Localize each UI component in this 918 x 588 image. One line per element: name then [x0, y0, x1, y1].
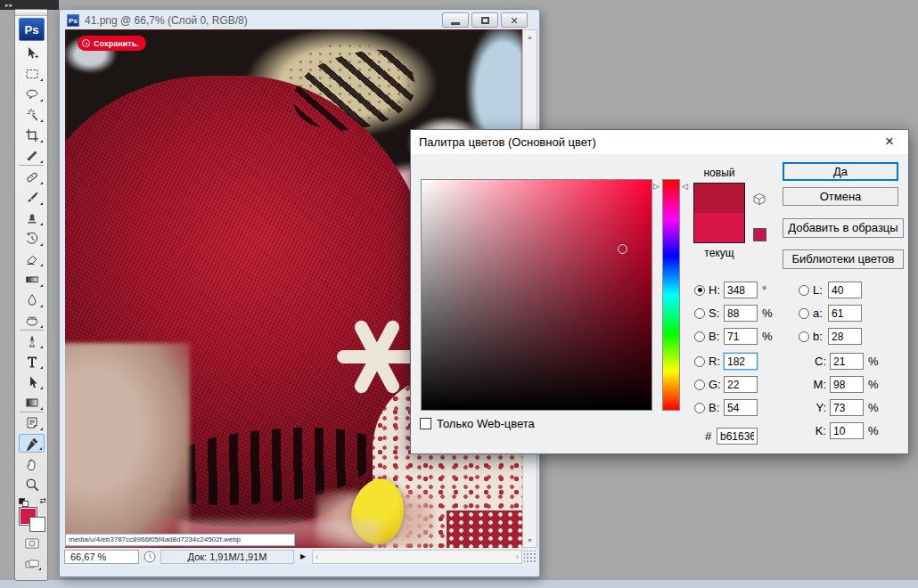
web-colors-checkbox[interactable] [420, 418, 431, 429]
status-bar: 66,67 % Док: 1,91M/1,91M [62, 548, 538, 566]
type-tool[interactable] [19, 352, 45, 371]
hue-input[interactable] [724, 282, 758, 298]
red-input[interactable] [724, 353, 758, 370]
cyan-input[interactable] [830, 353, 864, 370]
gradient-tool[interactable] [19, 270, 45, 289]
history-brush-icon [25, 232, 39, 246]
red-radio[interactable] [694, 356, 705, 367]
scroll-up-arrow-icon[interactable] [523, 30, 537, 44]
marquee-icon [25, 67, 39, 81]
saturation-radio[interactable] [694, 308, 705, 319]
app-bottom-edge [0, 579, 918, 588]
brightness-input[interactable] [724, 328, 758, 345]
document-title: 41.png @ 66,7% (Слой 0, RGB/8) [85, 14, 248, 27]
eraser-tool[interactable] [19, 249, 45, 268]
green-row: G: [694, 376, 762, 393]
horizontal-scrollbar[interactable] [312, 550, 522, 564]
cancel-button[interactable]: Отмена [783, 187, 898, 206]
web-safe-color-swatch[interactable] [753, 228, 766, 241]
scroll-right-arrow-icon[interactable] [516, 551, 519, 561]
rectangular-marquee-tool[interactable] [19, 64, 45, 83]
path-selection-tool[interactable] [19, 372, 45, 391]
hex-input[interactable] [717, 428, 758, 445]
hex-row: # [705, 428, 758, 445]
lab-l-input[interactable] [828, 282, 862, 298]
rectangle-shape-icon [25, 396, 39, 410]
saturation-input[interactable] [724, 305, 758, 322]
blur-tool[interactable] [19, 290, 45, 309]
crop-tool[interactable] [19, 126, 45, 144]
document-size-info: Док: 1,91M/1,91M [160, 550, 294, 564]
move-tool[interactable] [19, 44, 45, 62]
lab-b-input[interactable] [828, 328, 862, 345]
green-radio[interactable] [694, 380, 705, 390]
window-resize-grip[interactable] [524, 551, 537, 563]
pen-tool[interactable] [19, 331, 45, 350]
healing-brush-icon [25, 170, 39, 184]
eyedropper-tool[interactable] [19, 434, 45, 453]
zoom-tool[interactable] [19, 475, 45, 494]
black-input[interactable] [830, 422, 864, 439]
lasso-tool[interactable] [19, 85, 45, 103]
brightness-radio[interactable] [694, 331, 705, 342]
minimize-button[interactable] [442, 12, 469, 28]
magic-wand-tool[interactable] [19, 105, 45, 124]
scroll-down-arrow-icon[interactable] [523, 534, 537, 547]
dodge-tool[interactable] [19, 311, 45, 330]
zoom-icon [25, 478, 39, 492]
blue-radio[interactable] [694, 403, 705, 413]
web-gamut-warning-icon[interactable] [751, 192, 767, 207]
quick-mask-button[interactable] [20, 535, 43, 551]
lab-l-radio[interactable] [799, 285, 809, 296]
slice-tool[interactable] [19, 146, 45, 165]
current-color-label: текущ [693, 247, 745, 259]
toolbar-separator [20, 165, 44, 166]
swap-colors-icon[interactable] [39, 496, 46, 505]
saturation-row: S: % [694, 305, 773, 322]
add-to-swatches-button[interactable]: Добавить в образцы [783, 218, 904, 238]
lab-a-input[interactable] [828, 305, 862, 322]
zoom-level-field[interactable]: 66,67 % [64, 550, 139, 564]
green-input[interactable] [724, 376, 758, 393]
dialog-titlebar[interactable]: Палитра цветов (Основной цвет) [411, 130, 908, 154]
dialog-title: Палитра цветов (Основной цвет) [419, 135, 596, 149]
hue-radio[interactable] [694, 285, 705, 296]
web-colors-only-option: Только Web-цвета [420, 417, 535, 430]
color-libraries-button[interactable]: Библиотеки цветов [783, 249, 904, 269]
screen-mode-button[interactable] [20, 556, 43, 572]
magenta-input[interactable] [830, 376, 864, 393]
spot-healing-brush-tool[interactable] [19, 167, 45, 186]
blue-input[interactable] [724, 399, 758, 416]
hue-slider-right-arrow-icon[interactable] [682, 182, 688, 191]
close-button[interactable] [501, 12, 528, 28]
notes-tool[interactable] [19, 413, 45, 432]
saturation-brightness-field[interactable] [421, 179, 652, 411]
path-selection-icon [25, 375, 39, 389]
brush-icon [25, 191, 39, 205]
sponge-icon [25, 314, 39, 328]
document-titlebar[interactable]: Ps 41.png @ 66,7% (Слой 0, RGB/8) [62, 12, 537, 29]
ok-button[interactable]: Да [783, 162, 898, 181]
hue-slider[interactable] [662, 179, 680, 411]
history-brush-tool[interactable] [19, 229, 45, 248]
color-picker-marker[interactable] [618, 244, 627, 254]
lab-b-radio[interactable] [799, 331, 809, 342]
maximize-button[interactable] [471, 12, 498, 28]
brush-tool[interactable] [19, 188, 45, 207]
scroll-left-arrow-icon[interactable] [316, 551, 318, 561]
hand-tool[interactable] [19, 454, 45, 473]
current-color-swatch[interactable] [694, 213, 744, 242]
save-badge-label: Сохранить. [94, 39, 139, 48]
photo-red-band [447, 510, 522, 548]
rectangle-shape-tool[interactable] [19, 393, 45, 412]
default-colors-icon[interactable] [19, 498, 29, 507]
clone-stamp-tool[interactable] [19, 208, 45, 227]
lab-a-radio[interactable] [799, 308, 809, 319]
background-color-swatch[interactable] [29, 517, 45, 532]
toolbar-separator [20, 330, 44, 331]
dialog-close-icon[interactable] [880, 132, 899, 151]
hue-slider-left-arrow-icon[interactable] [653, 182, 660, 191]
toolbar-grip[interactable] [15, 10, 47, 16]
status-menu-arrow-icon[interactable] [296, 550, 310, 564]
yellow-input[interactable] [830, 399, 864, 416]
